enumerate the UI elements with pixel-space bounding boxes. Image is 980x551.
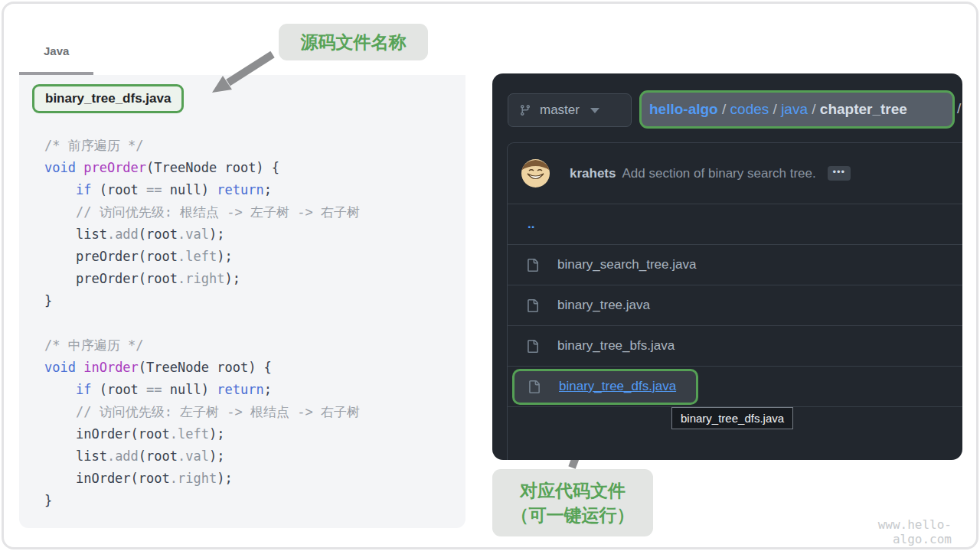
file-name[interactable]: binary_tree_bfs.java <box>557 338 675 354</box>
breadcrumb-separator: / <box>808 101 820 117</box>
commit-author[interactable]: krahets <box>570 166 616 181</box>
breadcrumb-separator: / <box>769 101 781 117</box>
parent-dir-link[interactable]: .. <box>528 217 534 232</box>
git-branch-icon <box>519 104 531 116</box>
breadcrumb-separator: / <box>718 101 730 117</box>
chevron-down-icon <box>590 108 599 113</box>
file-name[interactable]: binary_tree.java <box>557 298 650 313</box>
annotation-source-file-name: 源码文件名称 <box>279 24 428 60</box>
commit-row: krahets Add section of binary search tre… <box>508 143 962 204</box>
breadcrumb-segment[interactable]: hello-algo <box>649 101 718 117</box>
file-icon <box>526 298 539 313</box>
file-row[interactable]: binary_tree_dfs.java <box>508 366 962 407</box>
breadcrumb-highlight: hello-algo / codes / java / chapter_tree <box>639 90 955 129</box>
code-line: // 访问优先级: 根结点 -> 左子树 -> 右子树 <box>44 201 466 223</box>
breadcrumb-segment: chapter_tree <box>820 101 907 117</box>
file-row-highlight: binary_tree_dfs.java <box>512 369 698 405</box>
code-line <box>44 312 466 334</box>
code-line: if (root == null) return; <box>44 179 466 201</box>
file-row[interactable]: binary_tree.java <box>508 285 962 325</box>
file-name[interactable]: binary_search_tree.java <box>557 257 696 272</box>
watermark: www.hello-algo.com <box>823 517 952 546</box>
annotation-code-file: 对应代码文件 （可一键运行） <box>492 469 653 536</box>
code-lines: /* 前序遍历 */void preOrder(TreeNode root) {… <box>19 122 466 512</box>
file-row[interactable]: binary_tree_bfs.java <box>508 325 962 366</box>
github-panel: master hello-algo / codes / java / chapt… <box>492 73 962 460</box>
code-line: list.add(root.val); <box>44 445 466 468</box>
breadcrumb-trailing-slash: / <box>957 100 961 117</box>
file-icon <box>528 380 541 394</box>
file-icon <box>526 339 539 354</box>
code-line: list.add(root.val); <box>44 223 466 246</box>
annotation-text: 源码文件名称 <box>301 30 407 54</box>
code-line: preOrder(root.left); <box>44 246 466 268</box>
file-icon <box>526 258 539 272</box>
code-line: inOrder(root.right); <box>44 468 466 490</box>
breadcrumb-segment[interactable]: codes <box>730 101 769 117</box>
file-name[interactable]: binary_tree_dfs.java <box>559 379 676 394</box>
breadcrumb-segment[interactable]: java <box>781 101 808 117</box>
commit-avatar[interactable] <box>521 159 550 187</box>
code-line: /* 中序遍历 */ <box>44 334 466 357</box>
code-line: } <box>44 490 466 512</box>
commit-message[interactable]: Add section of binary search tree. <box>622 166 815 181</box>
file-row[interactable]: binary_search_tree.java <box>508 244 962 285</box>
branch-selector-button[interactable]: master <box>508 93 632 127</box>
code-line: // 访问优先级: 左子树 -> 根结点 -> 右子树 <box>44 401 466 423</box>
breadcrumb: hello-algo / codes / java / chapter_tree <box>649 101 907 118</box>
commit-more-button[interactable]: ••• <box>828 166 851 181</box>
parent-dir-row[interactable]: .. <box>508 204 962 244</box>
tab-java[interactable]: Java <box>44 44 69 57</box>
code-line: /* 前序遍历 */ <box>44 135 466 157</box>
file-chip: binary_tree_dfs.java <box>32 84 184 113</box>
branch-label: master <box>540 103 580 118</box>
code-card-header: binary_tree_dfs.java <box>19 75 466 122</box>
code-line: void preOrder(TreeNode root) { <box>44 157 466 179</box>
code-line: inOrder(root.left); <box>44 423 466 445</box>
annotation-text-line2: （可一键运行） <box>511 503 635 527</box>
code-line: if (root == null) return; <box>44 379 466 401</box>
file-list: ..binary_search_tree.javabinary_tree.jav… <box>508 204 962 407</box>
tooltip: binary_tree_dfs.java <box>671 407 793 429</box>
annotation-text-line1: 对应代码文件 <box>520 478 626 503</box>
code-block: /* 前序遍历 */void preOrder(TreeNode root) {… <box>19 122 466 528</box>
code-line: preOrder(root.right); <box>44 268 466 290</box>
code-line: } <box>44 290 466 312</box>
code-line: void inOrder(TreeNode root) { <box>44 357 466 379</box>
